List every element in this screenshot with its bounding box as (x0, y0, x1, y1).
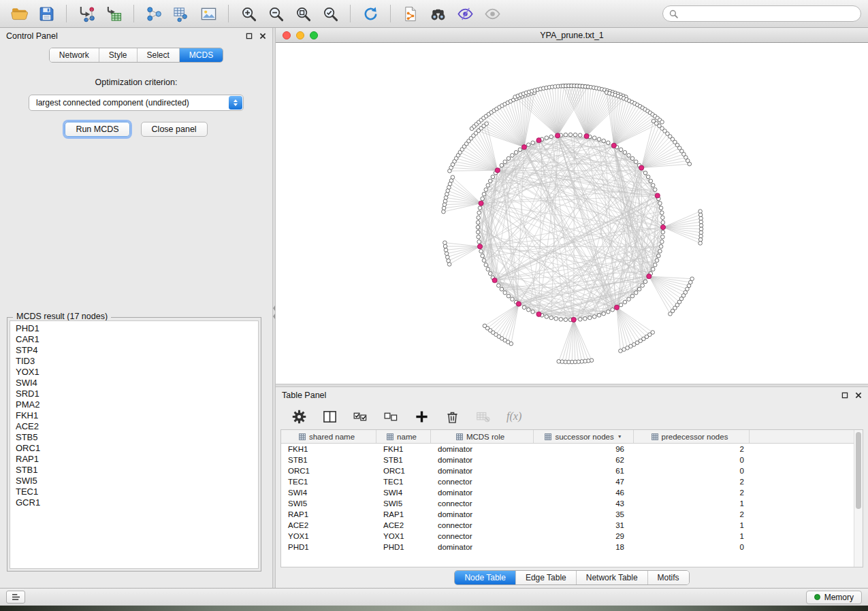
save-session-button[interactable] (34, 3, 59, 24)
cell-mcds-role[interactable]: dominator (431, 467, 534, 475)
cell-successor-nodes[interactable]: 29 (534, 532, 634, 540)
cell-predecessor-nodes[interactable]: 1 (634, 499, 750, 508)
search-network-button[interactable] (425, 3, 450, 24)
mcds-result-node[interactable]: STB1 (10, 465, 258, 476)
cell-shared-name[interactable]: PHD1 (281, 543, 376, 551)
optimization-criterion-select[interactable]: largest connected component (undirected) (29, 95, 244, 111)
close-panel-button[interactable]: Close panel (141, 122, 208, 137)
cell-successor-nodes[interactable]: 43 (534, 499, 634, 508)
cell-name[interactable]: SWI5 (376, 499, 431, 508)
cell-name[interactable]: FKH1 (376, 445, 431, 453)
cell-predecessor-nodes[interactable]: 1 (634, 532, 750, 540)
cell-mcds-role[interactable]: connector (431, 499, 534, 508)
delete-icon[interactable] (445, 410, 460, 424)
cell-shared-name[interactable]: RAP1 (281, 510, 376, 518)
cell-name[interactable]: STB1 (376, 456, 431, 464)
control-panel-tab[interactable]: MCDS (180, 48, 223, 62)
cell-shared-name[interactable]: STB1 (281, 456, 376, 464)
show-columns-icon[interactable] (323, 410, 337, 424)
table-tab[interactable]: Edge Table (516, 571, 577, 584)
status-menu-button[interactable] (6, 591, 25, 604)
cell-predecessor-nodes[interactable]: 0 (634, 456, 750, 464)
function-builder-icon[interactable]: f(x) (507, 410, 521, 423)
column-header[interactable]: successor nodes ▼ (534, 430, 634, 443)
cell-name[interactable]: ACE2 (376, 521, 431, 529)
delete-table-icon[interactable] (476, 410, 490, 424)
mcds-result-node[interactable]: CAR1 (10, 334, 258, 345)
import-table-button[interactable] (101, 3, 126, 24)
table-settings-gear-icon[interactable] (292, 410, 306, 424)
mcds-result-node[interactable]: SWI4 (10, 378, 258, 389)
cell-name[interactable]: RAP1 (376, 510, 431, 518)
zoom-selected-button[interactable] (318, 3, 342, 24)
cell-mcds-role[interactable]: dominator (431, 510, 534, 518)
mcds-result-node[interactable]: ORC1 (10, 443, 258, 454)
cell-successor-nodes[interactable]: 35 (534, 510, 634, 518)
annotate-view-button[interactable] (453, 3, 477, 24)
memory-button[interactable]: Memory (806, 591, 862, 604)
mcds-result-node[interactable]: TID3 (10, 356, 258, 367)
zoom-out-button[interactable] (263, 3, 288, 24)
select-all-rows-icon[interactable] (353, 410, 368, 424)
table-row[interactable]: STB1 STB1 dominator 62 0 (281, 455, 854, 465)
zoom-fit-button[interactable] (291, 3, 315, 24)
cell-shared-name[interactable]: TEC1 (281, 478, 376, 486)
cell-successor-nodes[interactable]: 18 (534, 543, 634, 551)
float-panel-icon[interactable] (246, 33, 253, 39)
table-row[interactable]: ORC1 ORC1 dominator 61 0 (281, 465, 854, 476)
table-row[interactable]: PHD1 PHD1 dominator 18 0 (281, 542, 854, 552)
mcds-result-node[interactable]: PHD1 (10, 323, 258, 334)
cell-successor-nodes[interactable]: 62 (534, 456, 634, 464)
close-window-button[interactable] (283, 31, 291, 39)
column-header[interactable]: MCDS role (431, 430, 534, 443)
cell-name[interactable]: SWI4 (376, 489, 431, 497)
show-hide-graphics-button[interactable] (480, 3, 504, 24)
float-panel-icon[interactable] (841, 392, 848, 399)
cell-shared-name[interactable]: YOX1 (281, 532, 376, 540)
minimize-window-button[interactable] (296, 31, 304, 39)
mcds-result-node[interactable]: STB5 (10, 432, 258, 443)
cell-shared-name[interactable]: ORC1 (281, 467, 376, 475)
cell-predecessor-nodes[interactable]: 0 (634, 467, 750, 475)
cell-name[interactable]: TEC1 (376, 478, 431, 486)
add-column-icon[interactable] (415, 410, 429, 424)
cell-successor-nodes[interactable]: 61 (534, 467, 634, 475)
mcds-result-node[interactable]: YOX1 (10, 367, 258, 378)
scrollbar-thumb[interactable] (856, 432, 861, 509)
cell-mcds-role[interactable]: connector (431, 532, 534, 540)
cell-name[interactable]: PHD1 (376, 543, 431, 551)
table-tab[interactable]: Network Table (577, 571, 648, 584)
control-panel-tab[interactable]: Network (50, 48, 99, 62)
table-row[interactable]: RAP1 RAP1 dominator 35 2 (281, 509, 854, 520)
toolbar-search-box[interactable] (662, 5, 861, 22)
cell-shared-name[interactable]: SWI4 (281, 489, 376, 497)
new-network-button[interactable] (142, 3, 166, 24)
mcds-result-node[interactable]: STP4 (10, 345, 258, 356)
cell-successor-nodes[interactable]: 96 (534, 445, 634, 453)
mcds-result-node[interactable]: ACE2 (10, 421, 258, 432)
open-file-button[interactable] (7, 3, 31, 24)
cell-predecessor-nodes[interactable]: 0 (634, 543, 750, 551)
cell-name[interactable]: YOX1 (376, 532, 431, 540)
mcds-result-node[interactable]: SRD1 (10, 389, 258, 399)
table-row[interactable]: SWI4 SWI4 dominator 46 2 (281, 487, 854, 498)
cell-predecessor-nodes[interactable]: 2 (634, 478, 750, 486)
mcds-result-node[interactable]: TEC1 (10, 486, 258, 497)
mcds-result-node[interactable]: SWI5 (10, 476, 258, 486)
close-panel-icon[interactable] (259, 33, 266, 39)
refresh-layout-button[interactable] (358, 3, 383, 24)
table-row[interactable]: ACE2 ACE2 connector 31 1 (281, 520, 854, 531)
cell-mcds-role[interactable]: dominator (431, 543, 534, 551)
cell-predecessor-nodes[interactable]: 2 (634, 489, 750, 497)
cell-name[interactable]: ORC1 (376, 467, 431, 475)
cell-mcds-role[interactable]: dominator (431, 456, 534, 464)
import-network-button[interactable] (74, 3, 99, 24)
table-row[interactable]: SWI5 SWI5 connector 43 1 (281, 498, 854, 509)
cell-successor-nodes[interactable]: 31 (534, 521, 634, 529)
mcds-result-node[interactable]: GCR1 (10, 497, 258, 508)
zoom-in-button[interactable] (236, 3, 261, 24)
cell-predecessor-nodes[interactable]: 1 (634, 521, 750, 529)
share-document-button[interactable] (398, 3, 423, 24)
deselect-all-rows-icon[interactable] (384, 410, 398, 424)
close-panel-icon[interactable] (855, 392, 862, 399)
